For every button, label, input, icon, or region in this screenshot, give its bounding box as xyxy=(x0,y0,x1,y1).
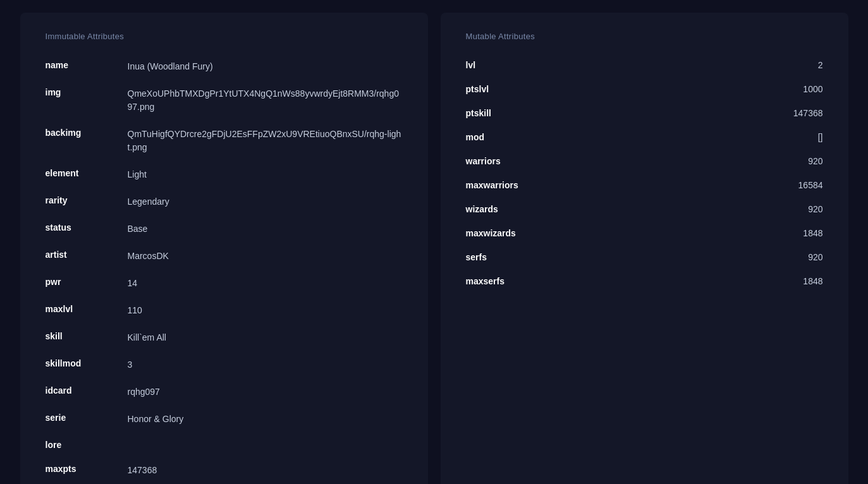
attr-key: serie xyxy=(46,413,115,423)
attr-value: Kill`em All xyxy=(128,331,166,344)
mutable-attr-value: 1848 xyxy=(773,276,823,286)
mutable-attr-key: warriors xyxy=(466,156,773,166)
attr-key: maxpts xyxy=(46,464,115,474)
attr-value: Light xyxy=(128,168,147,181)
left-attr-row: serieHonor & Glory xyxy=(46,413,403,426)
left-attr-row: nameInua (Woodland Fury) xyxy=(46,60,403,73)
left-attr-row: rarityLegendary xyxy=(46,195,403,209)
right-attr-row: maxwarriors16584 xyxy=(466,180,823,190)
mutable-attr-key: maxserfs xyxy=(466,276,773,286)
attr-key: rarity xyxy=(46,195,115,205)
attr-key: backimg xyxy=(46,128,115,138)
left-attr-row: artistMarcosDK xyxy=(46,250,403,263)
immutable-attributes-panel: Immutable Attributes nameInua (Woodland … xyxy=(20,13,428,484)
attr-key: lore xyxy=(46,440,115,450)
left-attr-row: maxlvl110 xyxy=(46,304,403,317)
mutable-attr-key: ptskill xyxy=(466,108,773,118)
right-attr-row: maxwizards1848 xyxy=(466,228,823,238)
right-attr-row: mod[] xyxy=(466,132,823,142)
mutable-attr-key: ptslvl xyxy=(466,84,773,94)
right-attributes-list: lvl2ptslvl1000ptskill147368mod[]warriors… xyxy=(466,60,823,286)
attr-value: 147368 xyxy=(128,464,157,477)
mutable-attr-value: 1000 xyxy=(773,84,823,94)
mutable-attributes-panel: Mutable Attributes lvl2ptslvl1000ptskill… xyxy=(441,13,848,484)
left-attr-row: lore xyxy=(46,440,403,450)
mutable-attr-key: wizards xyxy=(466,204,773,214)
mutable-attr-key: serfs xyxy=(466,252,773,262)
attr-key: pwr xyxy=(46,277,115,287)
left-panel-title: Immutable Attributes xyxy=(46,32,403,41)
mutable-attr-key: maxwizards xyxy=(466,228,773,238)
attr-value: rqhg097 xyxy=(128,385,160,399)
mutable-attr-value: 920 xyxy=(773,252,823,262)
attr-key: name xyxy=(46,60,115,70)
mutable-attr-key: lvl xyxy=(466,60,773,70)
left-attr-row: idcardrqhg097 xyxy=(46,385,403,399)
attr-value: 3 xyxy=(128,358,133,372)
left-attr-row: skillmod3 xyxy=(46,358,403,372)
right-attr-row: lvl2 xyxy=(466,60,823,70)
mutable-attr-value: 2 xyxy=(773,60,823,70)
right-attr-row: ptskill147368 xyxy=(466,108,823,118)
attr-key: status xyxy=(46,222,115,233)
attr-key: skillmod xyxy=(46,358,115,368)
attr-value: Legendary xyxy=(128,195,169,209)
right-attr-row: ptslvl1000 xyxy=(466,84,823,94)
right-attr-row: serfs920 xyxy=(466,252,823,262)
mutable-attr-value: 1848 xyxy=(773,228,823,238)
attr-key: idcard xyxy=(46,385,115,396)
mutable-attr-value: [] xyxy=(773,132,823,142)
attr-key: img xyxy=(46,87,115,97)
attr-value: QmTuHigfQYDrcre2gFDjU2EsFFpZW2xU9VREtiuo… xyxy=(128,128,403,154)
mutable-attr-value: 16584 xyxy=(773,180,823,190)
attr-value: Inua (Woodland Fury) xyxy=(128,60,213,73)
attr-key: artist xyxy=(46,250,115,260)
mutable-attr-key: maxwarriors xyxy=(466,180,773,190)
attr-value: 14 xyxy=(128,277,138,290)
right-attr-row: maxserfs1848 xyxy=(466,276,823,286)
right-panel-title: Mutable Attributes xyxy=(466,32,823,41)
attr-value: MarcosDK xyxy=(128,250,169,263)
attr-key: element xyxy=(46,168,115,178)
mutable-attr-key: mod xyxy=(466,132,773,142)
left-attr-row: statusBase xyxy=(46,222,403,236)
mutable-attr-value: 920 xyxy=(773,204,823,214)
left-attr-row: elementLight xyxy=(46,168,403,181)
attr-key: skill xyxy=(46,331,115,341)
left-attr-row: imgQmeXoUPhbTMXDgPr1YtUTX4NgQ1nWs88yvwrd… xyxy=(46,87,403,114)
left-attr-row: skillKill`em All xyxy=(46,331,403,344)
right-attr-row: wizards920 xyxy=(466,204,823,214)
attr-value: QmeXoUPhbTMXDgPr1YtUTX4NgQ1nWs88yvwrdyEj… xyxy=(128,87,403,114)
left-attr-row: pwr14 xyxy=(46,277,403,290)
left-attr-row: maxpts147368 xyxy=(46,464,403,477)
attr-value: Base xyxy=(128,222,148,236)
attr-key: maxlvl xyxy=(46,304,115,314)
attr-value: Honor & Glory xyxy=(128,413,184,426)
mutable-attr-value: 147368 xyxy=(773,108,823,118)
left-attributes-list: nameInua (Woodland Fury)imgQmeXoUPhbTMXD… xyxy=(46,60,403,484)
attr-value: 110 xyxy=(128,304,142,317)
mutable-attr-value: 920 xyxy=(773,156,823,166)
left-attr-row: backimgQmTuHigfQYDrcre2gFDjU2EsFFpZW2xU9… xyxy=(46,128,403,154)
main-container: Immutable Attributes nameInua (Woodland … xyxy=(20,13,848,484)
right-attr-row: warriors920 xyxy=(466,156,823,166)
